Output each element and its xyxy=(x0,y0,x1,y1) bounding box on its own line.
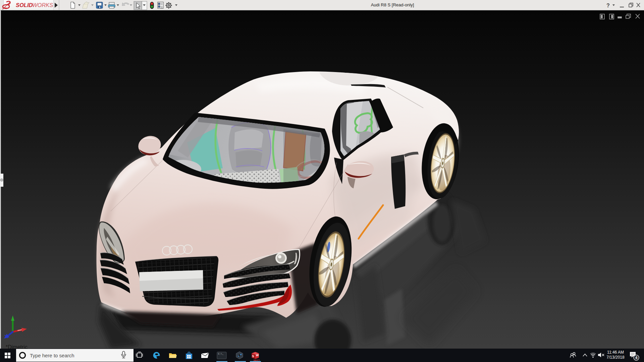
svg-text:4: 4 xyxy=(635,356,638,360)
svg-text:C:\_: C:\_ xyxy=(218,353,224,355)
svg-text:WORKS: WORKS xyxy=(32,2,53,8)
svg-text:W: W xyxy=(256,353,259,357)
svg-text:S: S xyxy=(252,354,254,358)
svg-text:?: ? xyxy=(606,3,610,8)
svg-text:*Dimetric: *Dimetric xyxy=(6,344,28,349)
svg-text:SOLID: SOLID xyxy=(16,2,33,8)
